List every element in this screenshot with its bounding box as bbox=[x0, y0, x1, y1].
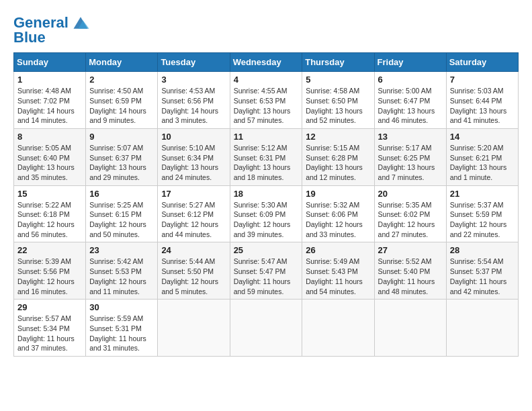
calendar-day-cell: 14 Sunrise: 5:20 AMSunset: 6:21 PMDaylig… bbox=[446, 128, 518, 185]
logo-text-blue: Blue bbox=[13, 30, 46, 46]
day-detail: Sunrise: 5:52 AMSunset: 5:40 PMDaylight:… bbox=[378, 257, 435, 295]
calendar-header-tuesday: Tuesday bbox=[158, 53, 230, 72]
day-number: 2 bbox=[89, 75, 154, 85]
day-detail: Sunrise: 5:07 AMSunset: 6:37 PMDaylight:… bbox=[89, 144, 146, 181]
day-number: 8 bbox=[17, 132, 82, 142]
day-detail: Sunrise: 4:55 AMSunset: 6:53 PMDaylight:… bbox=[234, 87, 291, 124]
calendar-day-cell: 9 Sunrise: 5:07 AMSunset: 6:37 PMDayligh… bbox=[86, 128, 158, 185]
day-number: 13 bbox=[378, 132, 443, 142]
day-detail: Sunrise: 4:48 AMSunset: 7:02 PMDaylight:… bbox=[17, 87, 75, 124]
day-detail: Sunrise: 5:35 AMSunset: 6:02 PMDaylight:… bbox=[378, 201, 435, 238]
day-detail: Sunrise: 5:32 AMSunset: 6:06 PMDaylight:… bbox=[306, 201, 363, 238]
day-detail: Sunrise: 5:44 AMSunset: 5:50 PMDaylight:… bbox=[161, 257, 218, 295]
calendar-day-cell: 25 Sunrise: 5:47 AMSunset: 5:47 PMDaylig… bbox=[230, 242, 302, 300]
day-detail: Sunrise: 5:37 AMSunset: 5:59 PMDaylight:… bbox=[450, 201, 507, 238]
calendar-day-cell: 28 Sunrise: 5:54 AMSunset: 5:37 PMDaylig… bbox=[446, 242, 518, 300]
calendar-day-cell: 10 Sunrise: 5:10 AMSunset: 6:34 PMDaylig… bbox=[158, 128, 230, 185]
calendar-day-cell: 15 Sunrise: 5:22 AMSunset: 6:18 PMDaylig… bbox=[14, 185, 86, 242]
day-number: 29 bbox=[17, 302, 82, 312]
calendar-day-cell: 19 Sunrise: 5:32 AMSunset: 6:06 PMDaylig… bbox=[302, 185, 374, 242]
day-number: 20 bbox=[378, 189, 443, 199]
calendar-day-cell: 17 Sunrise: 5:27 AMSunset: 6:12 PMDaylig… bbox=[158, 185, 230, 242]
day-number: 24 bbox=[161, 245, 226, 255]
calendar-empty-cell bbox=[158, 300, 230, 357]
calendar-header-friday: Friday bbox=[374, 53, 446, 72]
day-detail: Sunrise: 5:22 AMSunset: 6:18 PMDaylight:… bbox=[17, 201, 75, 238]
calendar-week-row: 22 Sunrise: 5:39 AMSunset: 5:56 PMDaylig… bbox=[14, 242, 519, 300]
calendar-day-cell: 6 Sunrise: 5:00 AMSunset: 6:47 PMDayligh… bbox=[374, 72, 446, 129]
day-detail: Sunrise: 5:17 AMSunset: 6:25 PMDaylight:… bbox=[378, 144, 435, 181]
calendar-day-cell: 4 Sunrise: 4:55 AMSunset: 6:53 PMDayligh… bbox=[230, 72, 302, 129]
calendar-empty-cell bbox=[230, 300, 302, 357]
day-detail: Sunrise: 5:15 AMSunset: 6:28 PMDaylight:… bbox=[306, 144, 363, 181]
calendar-day-cell: 5 Sunrise: 4:58 AMSunset: 6:50 PMDayligh… bbox=[302, 72, 374, 129]
calendar-day-cell: 18 Sunrise: 5:30 AMSunset: 6:09 PMDaylig… bbox=[230, 185, 302, 242]
day-number: 10 bbox=[161, 132, 226, 142]
calendar-empty-cell bbox=[302, 300, 374, 357]
calendar-day-cell: 20 Sunrise: 5:35 AMSunset: 6:02 PMDaylig… bbox=[374, 185, 446, 242]
logo: General Blue bbox=[13, 13, 90, 46]
day-number: 16 bbox=[89, 189, 154, 199]
calendar-header-sunday: Sunday bbox=[14, 53, 86, 72]
day-detail: Sunrise: 5:49 AMSunset: 5:43 PMDaylight:… bbox=[306, 257, 363, 295]
day-number: 6 bbox=[378, 75, 443, 85]
calendar-day-cell: 3 Sunrise: 4:53 AMSunset: 6:56 PMDayligh… bbox=[158, 72, 230, 129]
day-number: 12 bbox=[306, 132, 370, 142]
day-detail: Sunrise: 4:53 AMSunset: 6:56 PMDaylight:… bbox=[161, 87, 218, 124]
logo-icon bbox=[71, 13, 90, 32]
day-number: 11 bbox=[234, 132, 299, 142]
calendar-day-cell: 1 Sunrise: 4:48 AMSunset: 7:02 PMDayligh… bbox=[14, 72, 86, 129]
day-detail: Sunrise: 5:47 AMSunset: 5:47 PMDaylight:… bbox=[234, 257, 291, 295]
calendar-header-row: SundayMondayTuesdayWednesdayThursdayFrid… bbox=[14, 53, 519, 72]
calendar-header-wednesday: Wednesday bbox=[230, 53, 302, 72]
day-number: 14 bbox=[450, 132, 515, 142]
calendar-day-cell: 27 Sunrise: 5:52 AMSunset: 5:40 PMDaylig… bbox=[374, 242, 446, 300]
calendar-day-cell: 26 Sunrise: 5:49 AMSunset: 5:43 PMDaylig… bbox=[302, 242, 374, 300]
day-detail: Sunrise: 5:20 AMSunset: 6:21 PMDaylight:… bbox=[450, 144, 507, 181]
day-number: 22 bbox=[17, 245, 82, 255]
day-number: 25 bbox=[234, 245, 299, 255]
day-detail: Sunrise: 5:39 AMSunset: 5:56 PMDaylight:… bbox=[17, 257, 75, 295]
day-number: 28 bbox=[450, 245, 515, 255]
day-number: 18 bbox=[234, 189, 299, 199]
day-detail: Sunrise: 5:30 AMSunset: 6:09 PMDaylight:… bbox=[234, 201, 291, 238]
day-detail: Sunrise: 5:10 AMSunset: 6:34 PMDaylight:… bbox=[161, 144, 218, 181]
day-detail: Sunrise: 5:54 AMSunset: 5:37 PMDaylight:… bbox=[450, 257, 507, 295]
day-number: 27 bbox=[378, 245, 443, 255]
day-number: 3 bbox=[161, 75, 226, 85]
day-number: 7 bbox=[450, 75, 515, 85]
day-number: 26 bbox=[306, 245, 370, 255]
calendar-empty-cell bbox=[446, 300, 518, 357]
calendar-header-saturday: Saturday bbox=[446, 53, 518, 72]
calendar-week-row: 8 Sunrise: 5:05 AMSunset: 6:40 PMDayligh… bbox=[14, 128, 519, 185]
calendar-day-cell: 23 Sunrise: 5:42 AMSunset: 5:53 PMDaylig… bbox=[86, 242, 158, 300]
calendar-week-row: 15 Sunrise: 5:22 AMSunset: 6:18 PMDaylig… bbox=[14, 185, 519, 242]
day-detail: Sunrise: 4:58 AMSunset: 6:50 PMDaylight:… bbox=[306, 87, 363, 124]
day-number: 21 bbox=[450, 189, 515, 199]
calendar-header-monday: Monday bbox=[86, 53, 158, 72]
day-detail: Sunrise: 5:25 AMSunset: 6:15 PMDaylight:… bbox=[89, 201, 146, 238]
calendar-day-cell: 13 Sunrise: 5:17 AMSunset: 6:25 PMDaylig… bbox=[374, 128, 446, 185]
header: General Blue bbox=[13, 13, 519, 46]
day-number: 9 bbox=[89, 132, 154, 142]
day-detail: Sunrise: 5:00 AMSunset: 6:47 PMDaylight:… bbox=[378, 87, 435, 124]
day-number: 5 bbox=[306, 75, 370, 85]
day-detail: Sunrise: 4:50 AMSunset: 6:59 PMDaylight:… bbox=[89, 87, 146, 124]
calendar-day-cell: 11 Sunrise: 5:12 AMSunset: 6:31 PMDaylig… bbox=[230, 128, 302, 185]
calendar-day-cell: 8 Sunrise: 5:05 AMSunset: 6:40 PMDayligh… bbox=[14, 128, 86, 185]
day-number: 15 bbox=[17, 189, 82, 199]
calendar-day-cell: 12 Sunrise: 5:15 AMSunset: 6:28 PMDaylig… bbox=[302, 128, 374, 185]
day-detail: Sunrise: 5:42 AMSunset: 5:53 PMDaylight:… bbox=[89, 257, 146, 295]
calendar-day-cell: 30 Sunrise: 5:59 AMSunset: 5:31 PMDaylig… bbox=[86, 300, 158, 357]
calendar-day-cell: 21 Sunrise: 5:37 AMSunset: 5:59 PMDaylig… bbox=[446, 185, 518, 242]
calendar-week-row: 1 Sunrise: 4:48 AMSunset: 7:02 PMDayligh… bbox=[14, 72, 519, 129]
day-number: 4 bbox=[234, 75, 299, 85]
day-number: 1 bbox=[17, 75, 82, 85]
calendar-day-cell: 24 Sunrise: 5:44 AMSunset: 5:50 PMDaylig… bbox=[158, 242, 230, 300]
day-number: 19 bbox=[306, 189, 370, 199]
day-number: 23 bbox=[89, 245, 154, 255]
calendar-day-cell: 29 Sunrise: 5:57 AMSunset: 5:34 PMDaylig… bbox=[14, 300, 86, 357]
day-detail: Sunrise: 5:05 AMSunset: 6:40 PMDaylight:… bbox=[17, 144, 75, 181]
day-detail: Sunrise: 5:27 AMSunset: 6:12 PMDaylight:… bbox=[161, 201, 218, 238]
calendar-day-cell: 22 Sunrise: 5:39 AMSunset: 5:56 PMDaylig… bbox=[14, 242, 86, 300]
